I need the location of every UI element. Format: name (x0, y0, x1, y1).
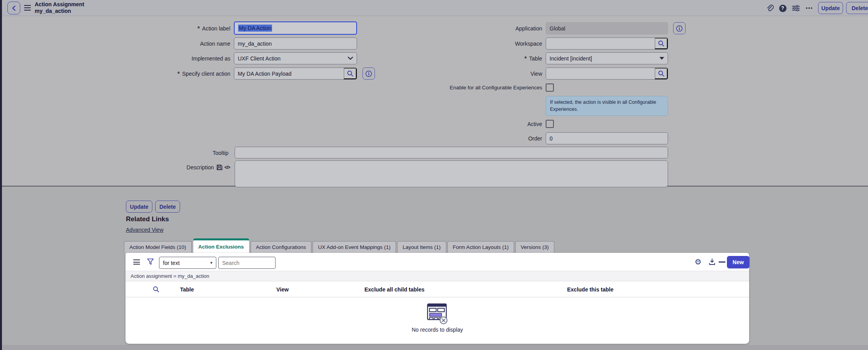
list-column-headers: Table View Exclude all child tables Excl… (126, 281, 749, 297)
code-icon[interactable]: </> (225, 165, 230, 170)
tab-ux-addon-event-mappings[interactable]: UX Add-on Event Mappings (1) (313, 241, 396, 253)
action-name-label: Action name (62, 37, 230, 50)
order-label: Order (421, 132, 542, 144)
new-record-button[interactable]: New (727, 256, 750, 268)
attachment-icon[interactable] (765, 4, 774, 12)
form-delete-button[interactable]: Delete (155, 201, 180, 213)
action-label-selected-text: My DA Action (238, 25, 272, 32)
table-select[interactable]: Incident [incident] (546, 52, 668, 64)
form-context-menu-icon[interactable] (24, 5, 31, 11)
record-header-bar: Action Assignment my_da_action ? ⋯ Updat… (2, 0, 868, 16)
ellipsis-glyph: ⋯ (806, 4, 813, 12)
collapse-list-icon[interactable] (719, 261, 725, 263)
active-checkbox[interactable] (546, 120, 554, 128)
dropdown-triangle-icon (659, 57, 664, 60)
reference-lookup-button[interactable] (655, 68, 668, 79)
bottom-edge-strip (2, 345, 868, 350)
enable-all-experiences-hint: If selected, the action is visible in al… (546, 96, 668, 116)
action-name-input[interactable] (234, 37, 357, 50)
table-label: * Table (421, 52, 542, 64)
search-icon (658, 40, 665, 47)
tab-form-action-layouts[interactable]: Form Action Layouts (1) (447, 241, 514, 253)
action-label-label: * Action label (62, 22, 230, 34)
column-header-view[interactable]: View (276, 281, 289, 297)
related-lists-tabs: Action Model Fields (10) Action Exclusio… (124, 238, 554, 253)
client-action-info-button[interactable] (362, 68, 375, 80)
workspace-input[interactable] (546, 38, 655, 49)
chevron-down-icon: ▾ (210, 260, 212, 265)
column-header-table[interactable]: Table (180, 281, 194, 297)
enable-all-experiences-label: Enable for all Configurable Experiences (386, 82, 542, 94)
list-breadcrumb-row: Action assignment = my_da_action (126, 271, 749, 281)
view-label: View (421, 68, 542, 80)
record-name-subtitle: my_da_action (35, 8, 84, 14)
info-icon (365, 70, 372, 77)
export-download-icon[interactable] (708, 258, 716, 266)
specify-client-action-label: * Specify client action (62, 68, 230, 80)
back-chevron-icon (11, 5, 17, 11)
application-readonly-field: Global (546, 22, 668, 34)
search-icon (658, 70, 665, 77)
tab-layout-items[interactable]: Layout Items (1) (397, 241, 446, 253)
tooltip-label: Tooltip (117, 147, 228, 159)
list-context-menu-icon[interactable] (133, 259, 140, 265)
record-title-block: Action Assignment my_da_action (35, 1, 84, 14)
chevron-down-icon (348, 57, 353, 60)
reference-lookup-button[interactable] (655, 38, 668, 49)
description-field-icons: </> (216, 164, 230, 171)
specify-client-action-field (234, 68, 357, 80)
save-disk-icon[interactable] (216, 164, 223, 171)
empty-state: No records to display (379, 303, 496, 333)
required-icon: * (177, 71, 180, 77)
tab-action-configurations[interactable]: Action Configurations (251, 241, 311, 253)
list-search-icon[interactable] (153, 281, 159, 297)
no-records-illustration-icon (425, 303, 449, 325)
search-field-select[interactable]: for text ▾ (159, 257, 216, 269)
workspace-label: Workspace (421, 37, 542, 50)
action-label-input[interactable]: My DA Action (234, 21, 357, 35)
application-info-button[interactable] (673, 22, 686, 34)
info-icon (676, 25, 683, 32)
form-update-button[interactable]: Update (126, 201, 152, 213)
reference-lookup-button[interactable] (344, 68, 357, 79)
action-assignment-page: Action Assignment my_da_action ? ⋯ Updat… (0, 0, 868, 350)
no-records-message: No records to display (379, 327, 496, 333)
active-label: Active (421, 118, 542, 130)
filter-icon[interactable] (146, 258, 155, 266)
tooltip-input[interactable] (235, 147, 668, 158)
help-icon[interactable]: ? (778, 4, 787, 12)
search-icon (347, 70, 354, 77)
view-input[interactable] (546, 68, 655, 79)
help-glyph: ? (779, 5, 787, 12)
advanced-view-link[interactable]: Advanced View (126, 227, 163, 233)
description-textarea[interactable] (235, 160, 668, 187)
view-field (546, 68, 668, 80)
order-input[interactable] (546, 132, 668, 144)
back-button[interactable] (7, 2, 20, 14)
implemented-as-select[interactable]: UXF Client Action (234, 52, 357, 64)
list-search-input[interactable] (218, 257, 276, 269)
record-type-title: Action Assignment (35, 1, 84, 8)
workspace-field (546, 37, 668, 50)
breadcrumb[interactable]: Action assignment = my_da_action (131, 273, 209, 279)
gear-icon[interactable]: ⚙ (694, 258, 702, 266)
column-header-exclude-this-table[interactable]: Exclude this table (567, 281, 613, 297)
related-links-heading: Related Links (126, 215, 169, 223)
required-icon: * (197, 26, 200, 32)
application-label: Application (421, 22, 542, 34)
personalize-sliders-icon[interactable] (792, 4, 800, 12)
description-label: Description </> (117, 161, 230, 173)
header-update-button[interactable]: Update (818, 2, 843, 14)
tab-action-exclusions[interactable]: Action Exclusions (193, 238, 249, 253)
list-toolbar: for text ▾ ⚙ New (126, 253, 749, 271)
enable-all-experiences-checkbox[interactable] (546, 84, 554, 92)
implemented-as-label: Implemented as (62, 52, 230, 64)
column-header-exclude-all-child-tables[interactable]: Exclude all child tables (364, 281, 424, 297)
more-actions-icon[interactable]: ⋯ (805, 4, 813, 12)
specify-client-action-input[interactable] (234, 68, 344, 79)
tab-versions[interactable]: Versions (3) (515, 241, 554, 253)
required-icon: * (524, 56, 527, 62)
tab-action-model-fields[interactable]: Action Model Fields (10) (124, 241, 192, 253)
header-delete-button[interactable]: Delete (846, 2, 868, 14)
